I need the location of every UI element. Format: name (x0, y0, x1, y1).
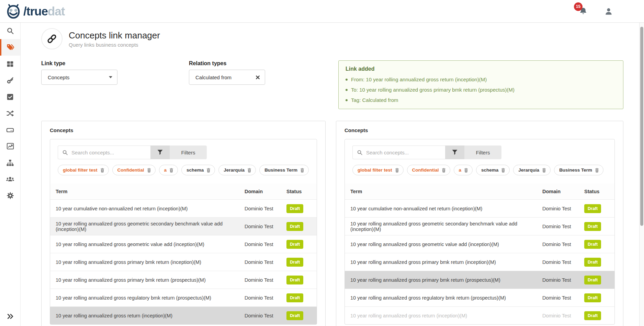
table-row[interactable]: 10 year rolling annualized gross geometr… (50, 217, 317, 235)
trash-icon[interactable] (442, 168, 446, 173)
sidebar-item-permissions[interactable] (0, 72, 20, 89)
table-row[interactable]: 10 year rolling annualized gross primary… (345, 271, 614, 289)
row-domain: Dominio Test (542, 277, 584, 283)
filter-chip[interactable]: schema (181, 165, 215, 175)
filter-chip-label: schema (187, 167, 204, 173)
table-row[interactable]: 10 year rolling annualized gross regulat… (345, 289, 614, 306)
row-domain: Dominio Test (245, 277, 286, 283)
trash-icon[interactable] (595, 168, 599, 173)
page-scrollbar (639, 23, 644, 326)
sidebar (0, 23, 21, 326)
table-row[interactable]: 10 year rolling annualized gross primary… (50, 253, 317, 271)
filter-chip[interactable]: Confidential (112, 165, 156, 175)
trash-icon[interactable] (464, 168, 468, 173)
table-row[interactable]: 10 year rolling annualized gross primary… (50, 271, 317, 289)
table-row[interactable]: 10 year rolling annualized gross regulat… (50, 289, 317, 306)
row-status: Draft (286, 258, 317, 267)
alert-list: From: 10 year rolling annualized gross r… (346, 77, 616, 103)
truedat-logo[interactable]: /truedat (5, 3, 65, 19)
table-body: 10 year cumulative non-annualized net re… (345, 199, 614, 324)
row-status: Draft (286, 240, 317, 249)
search-input[interactable] (366, 150, 441, 155)
sidebar-collapse-button[interactable] (0, 310, 21, 323)
table-row[interactable]: 10 year rolling annualized gross geometr… (345, 235, 614, 253)
owl-icon (5, 3, 21, 19)
sidebar-item-quality[interactable] (0, 89, 20, 105)
row-domain: Dominio Test (542, 242, 584, 247)
sidebar-item-dashboards[interactable] (0, 138, 20, 154)
search-field (352, 145, 445, 159)
filter-chip-label: global filter test (358, 167, 392, 173)
row-domain: Dominio Test (542, 259, 584, 265)
filter-chip[interactable]: Business Term (259, 165, 309, 175)
trash-icon[interactable] (542, 168, 546, 173)
filter-chip[interactable]: global filter test (58, 165, 109, 175)
table-row[interactable]: 10 year rolling annualized gross primary… (345, 253, 614, 271)
filter-chip[interactable]: Business Term (554, 165, 603, 175)
sidebar-item-concepts[interactable] (0, 39, 20, 56)
filter-chip[interactable]: a (454, 165, 473, 175)
table-row[interactable]: 10 year cumulative non-annualized net re… (345, 199, 614, 217)
search-input[interactable] (71, 150, 146, 155)
grid-icon (7, 60, 14, 68)
user-menu-button[interactable] (604, 7, 613, 16)
logo-wordmark: /truedat (23, 5, 65, 17)
sidebar-item-settings[interactable] (0, 187, 20, 204)
table-row[interactable]: 10 year rolling annualized gross return … (50, 306, 317, 324)
filter-chip-label: a (459, 167, 462, 173)
trash-icon[interactable] (247, 168, 251, 173)
col-domain: Domain (542, 189, 584, 194)
row-status: Draft (286, 293, 317, 302)
filter-chip[interactable]: schema (476, 165, 510, 175)
bullet-dot (346, 89, 348, 91)
trash-icon[interactable] (100, 168, 104, 173)
row-domain: Dominio Test (245, 313, 286, 318)
trash-icon[interactable] (501, 168, 505, 173)
filter-chip[interactable]: global filter test (352, 165, 404, 175)
row-status: Draft (286, 222, 317, 231)
trash-icon[interactable] (395, 168, 399, 173)
relation-types-tag[interactable]: Calculated from (189, 70, 265, 85)
status-badge: Draft (286, 240, 303, 249)
sidebar-item-modules[interactable] (0, 56, 20, 72)
row-term: 10 year rolling annualized gross regulat… (56, 295, 245, 301)
panel-box: Filters global filter test Confidential … (344, 139, 615, 325)
filter-chip-label: a (164, 167, 167, 173)
row-term: 10 year rolling annualized gross geometr… (350, 221, 542, 232)
filter-chip[interactable]: a (159, 165, 178, 175)
notifications-button[interactable]: 15 (579, 7, 588, 16)
filter-funnel-button[interactable] (445, 145, 464, 159)
row-domain: Dominio Test (542, 206, 584, 211)
row-term: 10 year rolling annualized gross primary… (350, 259, 542, 265)
bullet-dot (346, 99, 348, 101)
trash-icon[interactable] (300, 168, 304, 173)
scrollbar-thumb[interactable] (640, 27, 643, 226)
filter-chip[interactable]: Jerarquía (513, 165, 551, 175)
link-type-select[interactable]: Concepts (41, 70, 117, 85)
remove-relation-icon[interactable] (256, 75, 260, 80)
filter-funnel-button[interactable] (150, 145, 170, 159)
filters-button[interactable]: Filters (170, 145, 207, 159)
panel-title: Concepts (50, 127, 317, 133)
trash-icon[interactable] (147, 168, 151, 173)
row-term: 10 year rolling annualized gross primary… (56, 277, 245, 283)
key-icon (7, 77, 14, 84)
table-row[interactable]: 10 year cumulative non-annualized net re… (50, 199, 317, 217)
sidebar-item-taxonomy[interactable] (0, 154, 20, 171)
sidebar-item-users[interactable] (0, 171, 20, 187)
sidebar-item-lineage[interactable] (0, 105, 20, 121)
table-row[interactable]: 10 year rolling annualized gross geometr… (345, 217, 614, 235)
search-field (58, 145, 150, 159)
table-row[interactable]: 10 year rolling annualized gross geometr… (50, 235, 317, 253)
filters-button[interactable]: Filters (464, 145, 501, 159)
panel-box: Filters global filter test Confidential … (50, 139, 317, 325)
filter-chip-label: Jerarquía (518, 167, 539, 173)
sidebar-item-structures[interactable] (0, 121, 20, 138)
sidebar-item-search[interactable] (0, 23, 20, 39)
trash-icon[interactable] (206, 168, 211, 173)
filter-chip[interactable]: Confidential (407, 165, 450, 175)
row-status: Draft (584, 240, 614, 249)
trash-icon[interactable] (169, 168, 173, 173)
filter-chip[interactable]: Jerarquía (218, 165, 256, 175)
alert-title: Link added (346, 66, 616, 72)
